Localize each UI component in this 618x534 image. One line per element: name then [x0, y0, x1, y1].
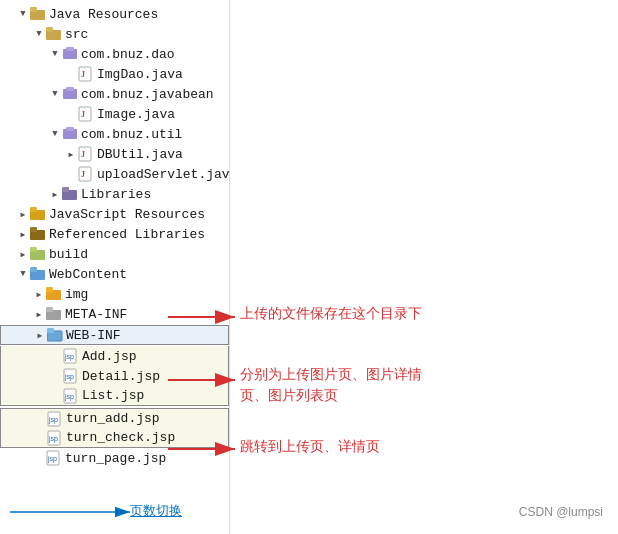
arrow-turn-add	[33, 412, 47, 426]
icon-libraries	[62, 186, 78, 202]
arrow-detail-jsp	[49, 369, 63, 383]
svg-text:J: J	[81, 170, 85, 179]
svg-text:jsp: jsp	[47, 455, 57, 463]
annotation-text-2: 分别为上传图片页、图片详情 页、图片列表页	[240, 364, 422, 406]
tree-item-turn-add-jsp[interactable]: jsp turn_add.jsp	[0, 408, 229, 428]
tree-item-com-bnuz-dao[interactable]: ▼ com.bnuz.dao	[0, 44, 229, 64]
tree-item-list-jsp[interactable]: jsp List.jsp	[0, 386, 229, 406]
arrow-img: ▶	[32, 287, 46, 301]
label-turn-check-jsp: turn_check.jsp	[66, 430, 175, 445]
tree-item-detail-jsp[interactable]: jsp Detail.jsp	[0, 366, 229, 386]
label-referenced-libraries: Referenced Libraries	[49, 227, 205, 242]
arrow-java-resources: ▼	[16, 7, 30, 21]
arrow-javabean: ▼	[48, 87, 62, 101]
icon-add-jsp: jsp	[63, 348, 79, 364]
arrow-image	[64, 107, 78, 121]
icon-package-util	[62, 126, 78, 142]
label-imgdao: ImgDao.java	[97, 67, 183, 82]
icon-javascript-resources	[30, 206, 46, 222]
svg-text:jsp: jsp	[48, 435, 58, 443]
tree-item-img[interactable]: ▶ img	[0, 284, 229, 304]
label-image: Image.java	[97, 107, 175, 122]
icon-package-javabean	[62, 86, 78, 102]
icon-dbutil: J	[78, 146, 94, 162]
icon-turn-page-jsp: jsp	[46, 450, 62, 466]
tree-item-dbutil[interactable]: ▶ J DBUtil.java	[0, 144, 229, 164]
svg-rect-13	[66, 127, 74, 131]
arrow-src: ▼	[32, 27, 46, 41]
arrow-uploadservlet	[64, 167, 78, 181]
svg-text:jsp: jsp	[48, 416, 58, 424]
arrow-com-bnuz-dao: ▼	[48, 47, 62, 61]
svg-rect-3	[46, 27, 53, 32]
label-libraries: Libraries	[81, 187, 151, 202]
tree-item-java-resources[interactable]: ▼ Java Resources	[0, 4, 229, 24]
arrow-dbutil: ▶	[64, 147, 78, 161]
label-turn-page-jsp: turn_page.jsp	[65, 451, 166, 466]
tree-item-com-bnuz-util[interactable]: ▼ com.bnuz.util	[0, 124, 229, 144]
tree-item-webcontent[interactable]: ▼ WebContent	[0, 264, 229, 284]
arrow-libraries: ▶	[48, 187, 62, 201]
label-detail-jsp: Detail.jsp	[82, 369, 160, 384]
label-uploadservlet: uploadServlet.java	[97, 167, 230, 182]
svg-rect-29	[46, 287, 53, 292]
svg-rect-5	[66, 47, 74, 51]
label-add-jsp: Add.jsp	[82, 349, 137, 364]
arrow-javascript: ▶	[16, 207, 30, 221]
svg-rect-25	[30, 247, 37, 252]
svg-rect-19	[62, 187, 69, 192]
label-com-bnuz-util: com.bnuz.util	[81, 127, 182, 142]
tree-item-imgdao[interactable]: J ImgDao.java	[0, 64, 229, 84]
arrow-turn-check	[33, 431, 47, 445]
label-java-resources: Java Resources	[49, 7, 158, 22]
tree-item-web-inf[interactable]: ▶ WEB-INF	[0, 325, 229, 345]
label-javascript-resources: JavaScript Resources	[49, 207, 205, 222]
tree-item-javascript-resources[interactable]: ▶ JavaScript Resources	[0, 204, 229, 224]
svg-rect-9	[66, 87, 74, 91]
label-com-bnuz-javabean: com.bnuz.javabean	[81, 87, 214, 102]
tree-item-libraries[interactable]: ▶ Libraries	[0, 184, 229, 204]
icon-img-folder	[46, 286, 62, 302]
arrow-add-jsp	[49, 349, 63, 363]
svg-text:jsp: jsp	[64, 353, 74, 361]
tree-item-meta-inf[interactable]: ▶ META-INF	[0, 304, 229, 324]
tree-item-src[interactable]: ▼ src	[0, 24, 229, 44]
icon-list-jsp: jsp	[63, 388, 79, 404]
tree-item-image[interactable]: J Image.java	[0, 104, 229, 124]
svg-text:J: J	[81, 110, 85, 119]
svg-text:jsp: jsp	[64, 373, 74, 381]
icon-detail-jsp: jsp	[63, 368, 79, 384]
icon-src	[46, 26, 62, 42]
label-img: img	[65, 287, 88, 302]
tree-item-uploadservlet[interactable]: J uploadServlet.java	[0, 164, 229, 184]
tree-item-build[interactable]: ▶ build	[0, 244, 229, 264]
tree-item-com-bnuz-javabean[interactable]: ▼ com.bnuz.javabean	[0, 84, 229, 104]
icon-build	[30, 246, 46, 262]
icon-webcontent	[30, 266, 46, 282]
svg-text:jsp: jsp	[64, 393, 74, 401]
label-dbutil: DBUtil.java	[97, 147, 183, 162]
label-list-jsp: List.jsp	[82, 388, 144, 403]
arrow-web-inf: ▶	[33, 328, 47, 342]
tree-item-referenced-libraries[interactable]: ▶ Referenced Libraries	[0, 224, 229, 244]
arrow-turn-page	[32, 451, 46, 465]
icon-package	[62, 46, 78, 62]
label-web-inf: WEB-INF	[66, 328, 121, 343]
svg-rect-1	[30, 7, 37, 12]
tree-item-turn-page-jsp[interactable]: jsp turn_page.jsp	[0, 448, 229, 468]
label-src: src	[65, 27, 88, 42]
tree-item-turn-check-jsp[interactable]: jsp turn_check.jsp	[0, 428, 229, 448]
watermark: CSDN @lumpsi	[519, 505, 603, 519]
arrow-webcontent: ▼	[16, 267, 30, 281]
icon-web-inf	[47, 327, 63, 343]
svg-text:J: J	[81, 150, 85, 159]
arrow-list-jsp	[49, 389, 63, 403]
icon-meta-inf	[46, 306, 62, 322]
arrow-util: ▼	[48, 127, 62, 141]
arrow-build: ▶	[16, 247, 30, 261]
label-com-bnuz-dao: com.bnuz.dao	[81, 47, 175, 62]
arrow-imgdao	[64, 67, 78, 81]
tree-item-add-jsp[interactable]: jsp Add.jsp	[0, 346, 229, 366]
svg-rect-23	[30, 227, 37, 232]
icon-image-java: J	[78, 106, 94, 122]
